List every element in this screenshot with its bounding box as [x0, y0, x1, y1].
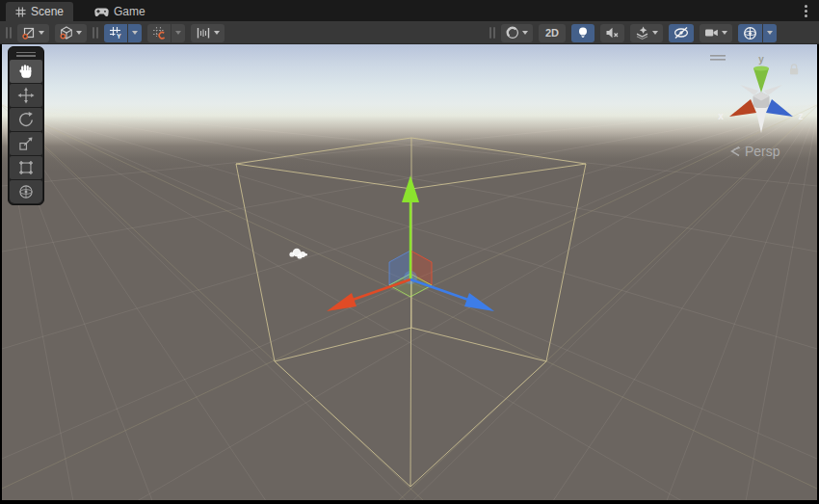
rect-tool-icon — [17, 159, 35, 176]
tab-game[interactable]: Game — [85, 2, 155, 21]
svg-text:Y: Y — [117, 33, 121, 40]
2d-view-toggle[interactable]: 2D — [539, 24, 566, 42]
grid-snap-icon: Y — [109, 26, 122, 40]
dropdown-caret — [722, 31, 727, 35]
move-gizmo-z-axis[interactable] — [410, 279, 494, 311]
dropdown-caret — [175, 31, 181, 35]
tool-handle-position-button[interactable] — [17, 24, 49, 42]
projection-label: Persp — [745, 144, 780, 159]
effects-star-icon — [635, 26, 649, 40]
gizmo-y-label: y — [758, 54, 764, 65]
hand-icon — [17, 63, 35, 80]
gizmo-sphere-icon — [743, 26, 757, 40]
local-cube-icon — [60, 26, 73, 40]
projection-toggle[interactable]: Persp — [729, 144, 780, 159]
tools-drag-handle[interactable] — [10, 48, 42, 60]
kebab-menu-icon[interactable] — [799, 3, 812, 18]
tab-game-label: Game — [114, 5, 145, 18]
gizmos-dropdown[interactable] — [763, 24, 777, 42]
scene-3d-content — [2, 44, 817, 500]
tab-scene[interactable]: Scene — [6, 2, 73, 21]
gizmo-neg-axis-cone[interactable] — [740, 85, 758, 95]
gizmo-z-label: z — [799, 111, 804, 121]
transform-icon — [17, 183, 35, 200]
dropdown-caret — [76, 31, 82, 35]
scene-visibility-toggle[interactable] — [669, 24, 694, 42]
dropdown-caret — [132, 31, 138, 35]
tool-handle-rotation-button[interactable] — [55, 24, 87, 42]
tool-rect[interactable] — [10, 156, 42, 179]
dropdown-caret — [39, 31, 44, 35]
ground-grid — [2, 104, 817, 500]
tool-rotate[interactable] — [10, 108, 42, 131]
snap-settings-button[interactable] — [191, 24, 225, 42]
increment-snap-dropdown[interactable] — [172, 24, 185, 42]
eye-slash-icon — [674, 26, 689, 40]
gizmos-toggle[interactable] — [738, 24, 762, 42]
increment-snap-button[interactable] — [147, 24, 171, 42]
increment-snap-icon — [152, 26, 166, 40]
gamepad-icon — [94, 7, 109, 17]
chevron-left-icon — [729, 146, 742, 157]
tab-bar: Scene Game — [0, 0, 819, 21]
gizmo-x-axis-cone[interactable] — [729, 99, 756, 117]
audio-muted-icon — [605, 26, 620, 40]
scene-toolbar: Y — [0, 21, 819, 44]
tab-scene-label: Scene — [31, 5, 64, 18]
tool-move[interactable] — [10, 84, 42, 107]
toolbar-drag-handle[interactable] — [92, 27, 98, 39]
gizmo-neg-axis-cone[interactable] — [764, 85, 782, 95]
dropdown-caret — [214, 31, 220, 35]
draw-mode-button[interactable] — [501, 24, 533, 42]
scene-viewport[interactable] — [2, 44, 817, 500]
camera-settings-button[interactable] — [700, 24, 732, 42]
gizmo-neg-axis-cone[interactable] — [755, 108, 767, 133]
grid-snapping-toggle[interactable]: Y — [104, 24, 127, 42]
audio-toggle[interactable] — [600, 24, 624, 42]
toolbar-drag-handle[interactable] — [489, 27, 495, 39]
pivot-square-icon — [22, 26, 36, 40]
move-gizmo-x-axis[interactable] — [327, 279, 410, 311]
dropdown-caret — [522, 31, 528, 35]
shaded-sphere-icon — [506, 26, 519, 40]
orientation-gizmo: y x z — [708, 48, 814, 145]
gizmo-center-cube[interactable] — [753, 93, 770, 111]
lightbulb-icon — [576, 26, 590, 40]
rotate-icon — [17, 111, 35, 128]
scene-lighting-toggle[interactable] — [571, 24, 594, 42]
effects-button[interactable] — [630, 24, 663, 42]
2d-label: 2D — [543, 27, 561, 39]
toolbar-drag-handle[interactable] — [6, 27, 12, 39]
dropdown-caret — [767, 31, 773, 35]
lock-icon[interactable] — [790, 65, 798, 74]
gizmo-drag-handle[interactable] — [710, 55, 726, 61]
tool-view-pan[interactable] — [10, 60, 42, 83]
directional-light-icon[interactable] — [289, 249, 307, 259]
camera-icon — [704, 26, 719, 40]
tools-overlay — [8, 46, 44, 205]
ruler-snap-icon — [196, 26, 211, 40]
grid-tab-icon — [15, 7, 26, 17]
tool-scale[interactable] — [10, 132, 42, 155]
gizmo-z-axis-cone[interactable] — [766, 99, 793, 117]
move-arrows-icon — [17, 87, 35, 104]
grid-snapping-dropdown[interactable] — [128, 24, 142, 42]
unity-scene-view-window: Scene Game — [0, 0, 819, 504]
gizmo-y-axis-cone[interactable] — [753, 66, 769, 93]
scale-icon — [17, 135, 35, 152]
dropdown-caret — [652, 31, 658, 35]
grid-axis-lines — [2, 104, 817, 500]
gizmo-x-label: x — [718, 111, 724, 121]
tool-transform[interactable] — [10, 180, 42, 203]
